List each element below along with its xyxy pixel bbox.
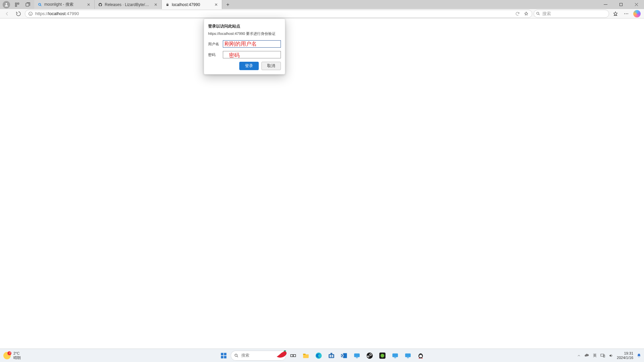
favorite-icon[interactable] bbox=[523, 10, 530, 17]
svg-rect-31 bbox=[354, 353, 360, 357]
title-bar-left bbox=[0, 0, 34, 9]
login-button[interactable]: 登录 bbox=[239, 62, 259, 70]
svg-rect-27 bbox=[332, 356, 333, 357]
onedrive-icon[interactable] bbox=[584, 353, 590, 358]
app-3-icon[interactable] bbox=[389, 350, 401, 361]
tab-label: moonlight - 搜索 bbox=[44, 2, 84, 7]
svg-rect-18 bbox=[291, 354, 293, 357]
svg-rect-32 bbox=[356, 357, 358, 358]
svg-point-17 bbox=[235, 354, 237, 356]
reload-button[interactable] bbox=[13, 9, 23, 18]
svg-rect-23 bbox=[330, 353, 332, 354]
qq-icon[interactable] bbox=[415, 350, 426, 361]
close-icon[interactable]: ✕ bbox=[214, 2, 218, 7]
edge-icon[interactable] bbox=[313, 350, 324, 361]
maximize-button[interactable] bbox=[613, 0, 629, 9]
weather-widget[interactable]: 2 2°C 晴朗 bbox=[0, 351, 24, 360]
windows-taskbar: 2 2°C 晴朗 搜索 bbox=[0, 349, 644, 362]
store-icon[interactable] bbox=[326, 350, 337, 361]
svg-rect-3 bbox=[15, 5, 17, 6]
browser-title-bar: moonlight - 搜索 ✕ Releases · LizardByte/S… bbox=[0, 0, 644, 9]
app-1-icon[interactable] bbox=[351, 350, 362, 361]
volume-icon[interactable] bbox=[609, 353, 613, 358]
lock-icon bbox=[165, 2, 170, 7]
tab-2[interactable]: localhost:47990 ✕ bbox=[162, 0, 222, 9]
svg-point-9 bbox=[537, 12, 539, 14]
url-scheme: https:// bbox=[35, 11, 48, 16]
password-input[interactable] bbox=[223, 51, 281, 58]
close-icon[interactable]: ✕ bbox=[153, 2, 158, 7]
clock-time: 19:31 bbox=[617, 351, 633, 356]
cancel-button[interactable]: 取消 bbox=[261, 62, 281, 70]
notifications-icon[interactable] bbox=[637, 353, 641, 358]
start-button[interactable] bbox=[218, 350, 229, 361]
tray-overflow-icon[interactable] bbox=[577, 354, 581, 358]
tab-label: Releases · LizardByte/Sunshine bbox=[105, 2, 151, 7]
workspaces-icon[interactable] bbox=[13, 1, 21, 8]
tab-actions-icon[interactable] bbox=[24, 1, 32, 8]
outlook-icon[interactable] bbox=[338, 350, 350, 361]
svg-rect-14 bbox=[224, 353, 226, 355]
svg-rect-38 bbox=[392, 353, 398, 357]
svg-point-5 bbox=[39, 3, 41, 5]
svg-rect-7 bbox=[620, 3, 622, 6]
svg-rect-24 bbox=[330, 355, 331, 356]
address-bar[interactable]: https://localhost:47990 bbox=[25, 10, 532, 18]
profile-icon[interactable] bbox=[3, 1, 10, 8]
url-port: :47990 bbox=[65, 11, 79, 16]
search-icon bbox=[38, 2, 42, 7]
file-explorer-icon[interactable] bbox=[300, 350, 311, 361]
app-2-icon[interactable] bbox=[377, 350, 388, 361]
close-icon[interactable]: ✕ bbox=[86, 2, 91, 7]
password-row: 密码 密码 bbox=[208, 51, 281, 58]
svg-rect-39 bbox=[394, 357, 396, 358]
search-icon bbox=[234, 353, 239, 358]
minimize-button[interactable] bbox=[598, 0, 613, 9]
clock[interactable]: 19:31 2024/1/16 bbox=[617, 351, 633, 360]
close-window-button[interactable] bbox=[629, 0, 644, 9]
svg-rect-13 bbox=[221, 353, 223, 355]
steam-icon[interactable] bbox=[364, 350, 375, 361]
settings-menu-icon[interactable] bbox=[621, 9, 631, 18]
search-icon bbox=[536, 11, 540, 16]
sync-icon[interactable] bbox=[514, 10, 521, 17]
tab-0[interactable]: moonlight - 搜索 ✕ bbox=[34, 0, 95, 9]
ime-indicator[interactable]: 英 bbox=[593, 353, 597, 358]
favorites-list-icon[interactable] bbox=[610, 9, 621, 18]
svg-rect-16 bbox=[224, 356, 226, 358]
devices-icon[interactable] bbox=[600, 353, 605, 358]
svg-rect-22 bbox=[329, 354, 334, 358]
svg-rect-15 bbox=[221, 356, 223, 358]
copilot-icon[interactable] bbox=[632, 9, 642, 18]
clock-date: 2024/1/16 bbox=[617, 356, 633, 360]
dialog-message: https://localhost:47990 要求进行身份验证 bbox=[208, 31, 281, 36]
search-box[interactable] bbox=[534, 10, 609, 18]
svg-rect-1 bbox=[15, 3, 17, 4]
taskbar-search[interactable]: 搜索 bbox=[231, 351, 286, 361]
tab-1[interactable]: Releases · LizardByte/Sunshine ✕ bbox=[95, 0, 162, 9]
taskbar-center: 搜索 bbox=[218, 350, 426, 361]
weather-desc: 晴朗 bbox=[13, 356, 21, 360]
search-input[interactable] bbox=[542, 11, 607, 16]
weather-text: 2°C 晴朗 bbox=[13, 351, 21, 360]
site-info-icon[interactable] bbox=[27, 10, 34, 17]
username-input[interactable] bbox=[223, 40, 281, 48]
auth-dialog: 登录以访问此站点 https://localhost:47990 要求进行身份验… bbox=[204, 18, 285, 74]
svg-point-10 bbox=[624, 13, 625, 14]
back-button[interactable] bbox=[2, 9, 12, 18]
app-4-icon[interactable] bbox=[402, 350, 413, 361]
url-host: localhost bbox=[48, 11, 65, 16]
svg-rect-2 bbox=[17, 3, 19, 4]
username-row: 用户名 刚刚的用户名 bbox=[208, 40, 281, 48]
task-view-icon[interactable] bbox=[287, 350, 299, 361]
url-text: https://localhost:47990 bbox=[35, 11, 512, 16]
search-decor-icon bbox=[274, 350, 289, 362]
svg-rect-25 bbox=[332, 355, 333, 356]
toolbar-right bbox=[610, 9, 642, 18]
svg-point-12 bbox=[628, 13, 628, 14]
svg-rect-40 bbox=[405, 353, 411, 357]
svg-rect-4 bbox=[26, 3, 29, 6]
new-tab-button[interactable]: + bbox=[222, 0, 234, 9]
system-tray: 英 19:31 2024/1/16 bbox=[577, 351, 644, 360]
svg-rect-26 bbox=[330, 356, 331, 357]
